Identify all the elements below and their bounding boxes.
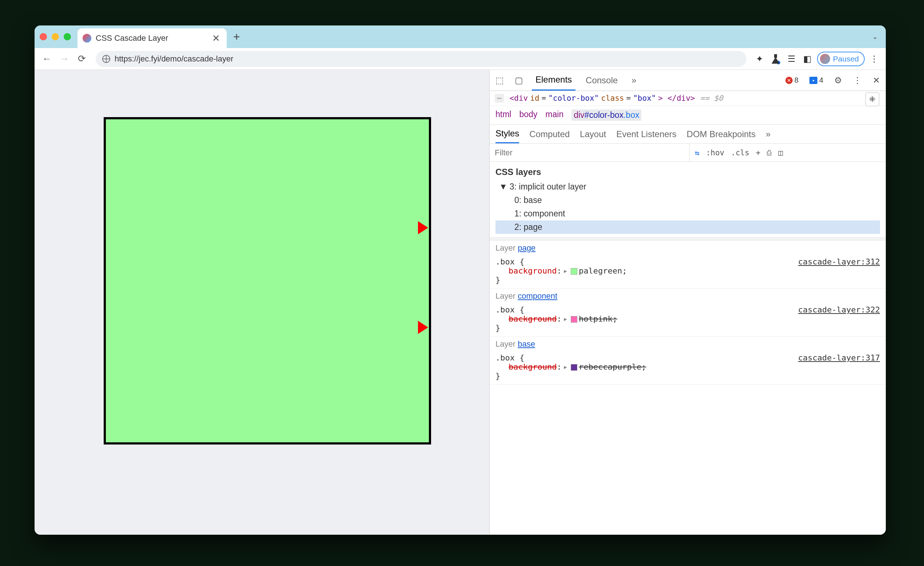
rules-list: Layer pagecascade-layer:312.box {backgro… [490,240,886,384]
subtab-layout[interactable]: Layout [580,125,606,143]
new-tab-button[interactable]: + [233,30,240,44]
color-box [104,117,431,444]
layers-toggle-icon[interactable]: ⇆ [695,149,699,157]
maximize-window-button[interactable] [64,33,71,41]
styles-subtabs: Styles Computed Layout Event Listeners D… [490,125,886,144]
cls-toggle[interactable]: .cls [731,149,749,157]
layer-root[interactable]: ▼3: implicit outer layer [495,180,880,194]
toolbar: ← → ⟳ https://jec.fyi/demo/cascade-layer… [34,48,886,70]
property-name: background [508,362,556,371]
expand-icon[interactable]: ▸ [563,314,568,323]
devtools-kebab-icon[interactable]: ⋮ [851,75,864,86]
crumb-selected[interactable]: div#color-box.box [572,110,641,121]
crumb-body[interactable]: body [519,110,537,121]
rule-close: } [495,275,880,284]
error-count[interactable]: ✕8 [783,75,801,85]
sidebar-toggle-icon[interactable]: ◫ [778,149,783,157]
reload-button[interactable]: ⟳ [75,52,89,66]
property-name: background [508,266,556,275]
dom-selected-element[interactable]: ⋯ <div id="color-box" class="box" > </di… [490,91,886,106]
crumb-html[interactable]: html [495,110,511,121]
style-rule: Layer componentcascade-layer:322.box {ba… [490,288,886,336]
site-info-icon[interactable] [102,55,110,63]
color-swatch[interactable] [571,364,578,371]
page-viewport [34,70,489,535]
devtools-toolbar: ⬚ ▢ Elements Console » ✕8 ▪4 ⚙ ⋮ ✕ [490,70,886,91]
inspect-icon[interactable]: ⬚ [493,75,506,86]
color-swatch[interactable] [571,316,578,323]
url-text: https://jec.fyi/demo/cascade-layer [115,54,233,64]
rule-close: } [495,371,880,380]
rule-source-link[interactable]: cascade-layer:322 [798,305,880,314]
annotation-arrow-icon [403,218,428,238]
extensions-icon[interactable]: ✦ [753,53,766,66]
rule-body[interactable]: cascade-layer:322.box {background:▸hotpi… [490,304,886,336]
hov-toggle[interactable]: :hov [706,149,724,157]
tab-more[interactable]: » [628,70,640,90]
crumb-main[interactable]: main [545,110,564,121]
titlebar: CSS Cascade Layer ✕ + ⌄ [34,26,886,48]
computed-toggle-icon[interactable]: ⎙ [767,149,772,157]
layer-link[interactable]: page [518,243,536,252]
tab-close-icon[interactable]: ✕ [212,33,220,44]
declaration[interactable]: background:▸palegreen; [495,266,880,275]
style-rule: Layer pagecascade-layer:312.box {backgro… [490,240,886,288]
avatar-icon [820,54,830,64]
expand-icon[interactable]: ▸ [563,362,568,371]
settings-icon[interactable]: ⚙ [832,75,844,86]
subtab-computed[interactable]: Computed [529,125,570,143]
color-swatch[interactable] [571,268,578,275]
message-count[interactable]: ▪4 [807,75,825,85]
playlist-icon[interactable]: ☰ [785,53,798,66]
back-button[interactable]: ← [40,52,54,66]
layer-link[interactable]: base [518,339,535,348]
style-rule: Layer basecascade-layer:317.box {backgro… [490,336,886,384]
layer-item-page[interactable]: 2: page [495,221,880,234]
layer-label: Layer base [490,336,886,352]
rule-body[interactable]: cascade-layer:317.box {background:▸rebec… [490,352,886,384]
paused-label: Paused [833,54,859,63]
browser-window: CSS Cascade Layer ✕ + ⌄ ← → ⟳ https://je… [34,26,886,535]
browser-tab[interactable]: CSS Cascade Layer ✕ [78,29,226,48]
layers-tree: ▼3: implicit outer layer 0: base 1: comp… [490,180,886,237]
forward-button[interactable]: → [57,52,72,66]
filter-input[interactable] [490,144,690,162]
accessibility-icon[interactable]: ⁜ [866,92,879,106]
tab-console[interactable]: Console [582,70,621,90]
favicon-icon [82,34,91,42]
filter-bar: ⇆ :hov .cls + ⎙ ◫ [490,144,886,162]
subtab-events[interactable]: Event Listeners [616,125,676,143]
device-toggle-icon[interactable]: ▢ [513,75,525,86]
layer-link[interactable]: component [518,291,557,300]
labs-icon[interactable] [769,53,782,66]
dom-reveal-icon[interactable]: ⋯ [495,94,504,102]
paused-profile-badge[interactable]: Paused [817,52,865,66]
annotation-arrow-icon [403,317,428,338]
kebab-menu-icon[interactable]: ⋮ [868,53,881,66]
close-window-button[interactable] [40,33,47,41]
tab-elements[interactable]: Elements [532,70,576,90]
layer-label: Layer component [490,288,886,304]
address-bar[interactable]: https://jec.fyi/demo/cascade-layer [96,51,747,67]
css-layers-heading: CSS layers [490,162,886,180]
subtab-more[interactable]: » [766,125,771,143]
rule-body[interactable]: cascade-layer:312.box {background:▸paleg… [490,256,886,288]
panel-icon[interactable]: ◧ [801,53,814,66]
subtab-dom-bp[interactable]: DOM Breakpoints [687,125,756,143]
property-value: rebeccapurple; [579,362,646,371]
rule-source-link[interactable]: cascade-layer:317 [798,353,880,362]
devtools-close-icon[interactable]: ✕ [870,75,882,86]
tabs-dropdown-icon[interactable]: ⌄ [872,33,878,41]
new-rule-button[interactable]: + [756,149,760,157]
rule-source-link[interactable]: cascade-layer:312 [798,257,880,266]
declaration[interactable]: background:▸rebeccapurple; [495,362,880,371]
layer-item-component[interactable]: 1: component [495,207,880,221]
declaration[interactable]: background:▸hotpink; [495,314,880,323]
layer-item-base[interactable]: 0: base [495,194,880,207]
minimize-window-button[interactable] [52,33,59,41]
devtools-panel: ⬚ ▢ Elements Console » ✕8 ▪4 ⚙ ⋮ ✕ ⋯ <di… [489,70,886,535]
tab-title: CSS Cascade Layer [96,33,208,43]
expand-icon[interactable]: ▸ [563,266,568,275]
subtab-styles[interactable]: Styles [495,125,519,143]
content-area: ⬚ ▢ Elements Console » ✕8 ▪4 ⚙ ⋮ ✕ ⋯ <di… [34,70,886,535]
